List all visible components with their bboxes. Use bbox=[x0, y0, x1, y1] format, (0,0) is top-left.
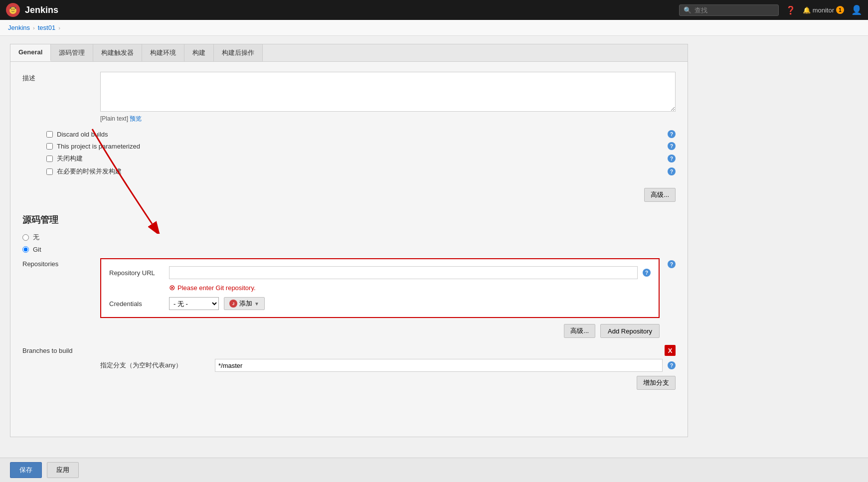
repo-advanced-btn[interactable]: 高级... bbox=[564, 324, 595, 338]
checkbox-parameterized: This project is parameterized ? bbox=[46, 142, 676, 150]
add-repository-btn[interactable]: Add Repository bbox=[600, 324, 660, 338]
branch-footer: 增加分支 bbox=[100, 376, 676, 390]
help-param-icon[interactable]: ? bbox=[668, 142, 676, 150]
repo-help-col: ? bbox=[668, 258, 676, 268]
jenkins-logo bbox=[6, 3, 20, 17]
text-hint: [Plain text] 预览 bbox=[100, 115, 676, 123]
svg-rect-5 bbox=[15, 7, 16, 9]
svg-point-2 bbox=[11, 9, 12, 10]
credentials-select[interactable]: - 无 - bbox=[169, 297, 219, 310]
search-icon: 🔍 bbox=[684, 6, 692, 14]
repo-url-row: Repository URL ? bbox=[109, 266, 651, 279]
checkbox-disable-build: 关闭构建 ? bbox=[46, 154, 676, 163]
tab-build[interactable]: 构建 bbox=[184, 44, 214, 61]
radio-none-label: 无 bbox=[33, 233, 39, 242]
general-footer: 高级... bbox=[22, 184, 676, 202]
add-credentials-btn[interactable]: J 添加 ▼ bbox=[224, 297, 265, 310]
help-concurrent-icon[interactable]: ? bbox=[668, 167, 676, 175]
description-textarea[interactable] bbox=[100, 72, 676, 112]
tab-triggers[interactable]: 构建触发器 bbox=[93, 44, 142, 61]
notification-badge: 1 bbox=[836, 6, 844, 14]
add-btn-label: 添加 bbox=[239, 299, 252, 308]
bell-icon: 🔔 bbox=[803, 6, 811, 14]
svg-point-3 bbox=[13, 9, 14, 10]
repo-help-icon[interactable]: ? bbox=[668, 260, 676, 268]
tab-scm[interactable]: 源码管理 bbox=[51, 44, 93, 61]
breadcrumb-sep-2: › bbox=[58, 25, 60, 31]
radio-git-label: Git bbox=[33, 246, 41, 253]
plain-text-label: [Plain text] bbox=[100, 115, 128, 122]
svg-rect-4 bbox=[10, 7, 11, 9]
top-navigation: Jenkins 🔍 ❓ 🔔 monitor 1 👤 bbox=[0, 0, 868, 20]
checkbox-discard-label: Discard old builds bbox=[57, 131, 108, 138]
jenkins-add-icon: J bbox=[229, 300, 237, 308]
search-box[interactable]: 🔍 bbox=[679, 4, 779, 16]
help-disable-icon[interactable]: ? bbox=[668, 155, 676, 162]
delete-branch-btn[interactable]: X bbox=[665, 345, 676, 356]
form-panel: 描述 [Plain text] 预览 Discard old bbox=[10, 61, 688, 437]
breadcrumb: Jenkins › test01 › bbox=[0, 20, 868, 36]
help-icon[interactable]: ❓ bbox=[786, 5, 796, 15]
repo-actions: 高级... Add Repository bbox=[100, 324, 660, 338]
bottom-padding bbox=[22, 397, 676, 427]
repo-url-input[interactable] bbox=[169, 266, 638, 279]
repo-url-help-icon[interactable]: ? bbox=[643, 269, 651, 277]
checkbox-disable-label: 关闭构建 bbox=[57, 154, 83, 163]
checkbox-concurrent-label: 在必要的时候并发构建 bbox=[57, 167, 122, 176]
description-row: 描述 [Plain text] 预览 bbox=[22, 72, 676, 123]
top-nav-left: Jenkins bbox=[6, 3, 58, 17]
tab-general[interactable]: General bbox=[10, 44, 51, 61]
checkbox-concurrent: 在必要的时候并发构建 ? bbox=[46, 167, 676, 176]
help-discard-icon[interactable]: ? bbox=[668, 130, 676, 138]
checkbox-parameterized-label: This project is parameterized bbox=[57, 143, 140, 150]
checkbox-discard-input[interactable] bbox=[46, 131, 53, 138]
branches-label: Branches to build bbox=[22, 345, 92, 354]
error-text: Please enter Git repository. bbox=[177, 284, 256, 292]
radio-git-input[interactable] bbox=[22, 246, 29, 253]
notification-user: monitor bbox=[813, 6, 834, 14]
branch-specifier-input[interactable] bbox=[215, 359, 663, 372]
repo-url-label: Repository URL bbox=[109, 269, 164, 277]
scm-section-title: 源码管理 bbox=[22, 214, 676, 226]
branch-help-icon[interactable]: ? bbox=[668, 361, 676, 369]
tabs: General 源码管理 构建触发器 构建环境 构建 构建后操作 bbox=[10, 44, 688, 61]
checkbox-discard: Discard old builds ? bbox=[46, 130, 676, 138]
top-nav-right: 🔍 ❓ 🔔 monitor 1 👤 bbox=[679, 4, 862, 16]
checkbox-section: Discard old builds ? This project is par… bbox=[22, 130, 676, 180]
branches-specifier-row: 指定分支（为空时代表any） ? bbox=[100, 359, 676, 372]
radio-git: Git bbox=[22, 246, 676, 253]
main-content: General 源码管理 构建触发器 构建环境 构建 构建后操作 描述 [Pla… bbox=[0, 36, 698, 445]
tab-env[interactable]: 构建环境 bbox=[142, 44, 184, 61]
credentials-label: Credentials bbox=[109, 300, 164, 308]
description-label: 描述 bbox=[22, 72, 92, 83]
branch-specifier-label: 指定分支（为空时代表any） bbox=[100, 361, 210, 370]
preview-link[interactable]: 预览 bbox=[130, 115, 142, 122]
checkbox-disable-input[interactable] bbox=[46, 156, 53, 162]
tab-post-build[interactable]: 构建后操作 bbox=[214, 44, 263, 61]
repositories-box: Repository URL ? ⊗ Please enter Git repo… bbox=[100, 258, 660, 318]
checkbox-concurrent-input[interactable] bbox=[46, 168, 53, 175]
description-wrap: [Plain text] 预览 bbox=[100, 72, 676, 123]
radio-none: 无 bbox=[22, 233, 676, 242]
user-icon[interactable]: 👤 bbox=[851, 4, 862, 15]
repositories-label: Repositories bbox=[22, 258, 92, 268]
notification-area[interactable]: 🔔 monitor 1 bbox=[803, 6, 844, 14]
repositories-row: Repositories Repository URL ? ⊗ Please e… bbox=[22, 258, 676, 338]
app-title: Jenkins bbox=[25, 5, 58, 15]
error-icon: ⊗ bbox=[169, 283, 175, 292]
branches-row: Branches to build X 指定分支（为空时代表any） ? 增加分… bbox=[22, 345, 676, 390]
general-advanced-btn[interactable]: 高级... bbox=[644, 188, 676, 202]
add-btn-arrow: ▼ bbox=[254, 301, 259, 307]
branches-content: X 指定分支（为空时代表any） ? 增加分支 bbox=[100, 345, 676, 390]
checkbox-parameterized-input[interactable] bbox=[46, 143, 53, 150]
error-message: ⊗ Please enter Git repository. bbox=[169, 283, 651, 292]
scm-section: 源码管理 无 Git Repos bbox=[22, 214, 676, 390]
search-input[interactable] bbox=[694, 6, 774, 14]
breadcrumb-test01[interactable]: test01 bbox=[38, 24, 55, 31]
repositories-content: Repository URL ? ⊗ Please enter Git repo… bbox=[100, 258, 660, 338]
radio-none-input[interactable] bbox=[22, 234, 29, 241]
general-section: 描述 [Plain text] 预览 Discard old bbox=[22, 72, 676, 202]
credentials-row: Credentials - 无 - J 添加 ▼ bbox=[109, 297, 651, 310]
breadcrumb-jenkins[interactable]: Jenkins bbox=[8, 24, 30, 31]
add-branch-btn[interactable]: 增加分支 bbox=[637, 376, 676, 390]
